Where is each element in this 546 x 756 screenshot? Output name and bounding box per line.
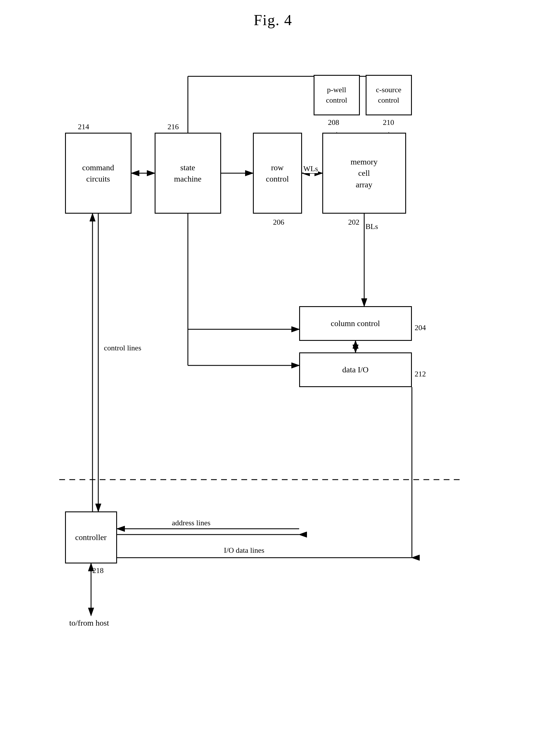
control-lines-label: control lines — [104, 344, 141, 352]
row-control-box: rowcontrol — [253, 133, 302, 214]
memory-cell-array-box: memorycellarray — [322, 133, 406, 214]
ref-208: 208 — [328, 118, 339, 127]
controller-label: controller — [75, 532, 107, 543]
data-io-label: data I/O — [342, 364, 369, 375]
memory-cell-array-label: memorycellarray — [351, 156, 377, 190]
bls-label: BLs — [366, 222, 378, 231]
ref-214: 214 — [78, 123, 89, 131]
state-machine-label: statemachine — [174, 162, 201, 184]
command-circuits-label: command circuits — [82, 162, 114, 184]
page-title: Fig. 4 — [0, 0, 546, 37]
ref-206: 206 — [273, 218, 284, 227]
row-control-label: rowcontrol — [266, 162, 289, 184]
c-source-control-box: c-sourcecontrol — [366, 75, 412, 115]
state-machine-box: statemachine — [155, 133, 221, 214]
diagram-container: command circuits 214 statemachine 216 ro… — [42, 37, 504, 731]
p-well-control-box: p-wellcontrol — [314, 75, 360, 115]
io-data-lines-label: I/O data lines — [224, 546, 264, 555]
p-well-control-label: p-wellcontrol — [326, 85, 347, 106]
column-control-label: column control — [331, 318, 380, 329]
ref-218: 218 — [92, 566, 104, 575]
data-io-box: data I/O — [299, 352, 412, 387]
ref-210: 210 — [383, 118, 394, 127]
ref-202: 202 — [348, 218, 360, 227]
wls-label: WLs — [303, 164, 318, 173]
to-from-host-label: to/from host — [69, 618, 109, 628]
controller-box: controller — [65, 511, 117, 563]
ref-212: 212 — [415, 370, 426, 378]
c-source-control-label: c-sourcecontrol — [376, 85, 401, 106]
ref-204: 204 — [415, 324, 426, 332]
ref-216: 216 — [168, 123, 179, 131]
address-lines-label: address lines — [172, 519, 211, 527]
command-circuits-box: command circuits — [65, 133, 132, 214]
column-control-box: column control — [299, 306, 412, 341]
